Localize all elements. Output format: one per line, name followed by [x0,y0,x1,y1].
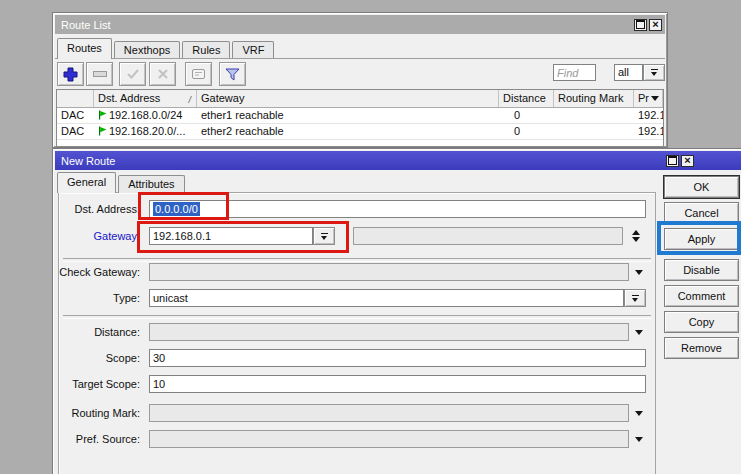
close-button[interactable]: × [649,19,662,31]
new-route-dialog: New Route × General Attributes Dst. Addr… [52,148,741,474]
dialog-titlebar[interactable]: New Route × [55,151,741,170]
comment-icon [192,69,205,79]
gateway-extra-field [353,227,623,245]
check-gateway-arrow-icon[interactable] [635,270,643,275]
route-flag-icon [98,126,107,136]
tab-vrf[interactable]: VRF [232,41,274,59]
enable-route-button[interactable] [119,62,146,86]
tab-general[interactable]: General [57,172,116,193]
gateway-value: 192.168.0.1 [153,230,211,242]
tabstrip-line [55,58,665,59]
dropdown-line-icon [651,69,658,70]
route-pref-source: 192.1 [634,124,663,139]
target-scope-input[interactable] [149,375,646,393]
routing-mark-arrow-icon[interactable] [635,411,643,416]
gateway-field[interactable]: 192.168.0.1 [149,227,313,245]
tab-attributes[interactable]: Attributes [118,175,184,193]
tab-nexthops[interactable]: Nexthops [114,41,180,59]
ok-button[interactable]: OK [664,176,739,198]
maximize-button[interactable] [666,155,679,167]
route-list-titlebar[interactable]: Route List × [55,15,665,34]
col-routing-mark[interactable]: Routing Mark [554,90,634,107]
close-icon: × [684,156,690,165]
route-distance: 0 [499,124,554,139]
comment-button[interactable]: Comment [664,285,739,307]
route-routing-mark [554,108,634,123]
pref-source-field[interactable] [149,430,629,448]
dropdown-line-icon [321,233,328,234]
route-flags: DAC [57,108,94,123]
routes-table: Dst. Address/ Gateway Distance Routing M… [56,89,664,147]
copy-button[interactable]: Copy [664,311,739,333]
col-pref-source[interactable]: Pr [634,90,663,107]
distance-arrow-icon[interactable] [635,330,643,335]
dropdown-line-icon [632,295,639,296]
type-value: unicast [153,292,188,304]
col-dst-address[interactable]: Dst. Address/ [94,90,197,107]
route-routing-mark [554,124,634,139]
tab-rules[interactable]: Rules [182,41,230,59]
table-row[interactable]: DAC 192.168.0.0/24 ether1 reachable 0 19… [57,108,663,124]
remove-button[interactable]: Remove [664,337,739,359]
route-list-window: Route List × Routes Nexthops Rules VRF a… [52,12,668,148]
table-row[interactable]: DAC 192.168.20.0/... ether2 reachable 0 … [57,124,663,140]
gateway-label[interactable]: Gateway: [53,227,140,245]
check-gateway-field[interactable] [149,263,629,281]
route-pref-source: 192.1 [634,108,663,123]
routing-mark-field[interactable] [149,404,629,422]
pref-source-arrow-icon[interactable] [635,437,643,442]
distance-field[interactable] [149,323,629,341]
maximize-button[interactable] [634,19,647,31]
route-distance: 0 [499,108,554,123]
comment-button[interactable] [185,62,212,86]
gateway-add-remove-control[interactable] [632,230,640,242]
filter-scope-select[interactable]: all [614,64,643,81]
chevron-down-icon [321,236,327,240]
separator [63,315,651,319]
tab-routes[interactable]: Routes [57,38,112,59]
route-gateway: ether2 reachable [197,124,499,139]
target-scope-label: Target Scope: [53,375,140,393]
remove-route-button[interactable] [86,62,113,86]
find-input[interactable] [553,64,596,81]
dst-address-field[interactable]: 0.0.0.0/0 [149,200,646,218]
close-button[interactable]: × [681,155,694,167]
scope-input[interactable] [149,349,646,367]
close-icon: × [652,20,658,29]
col-distance[interactable]: Distance [499,90,554,107]
route-dst: 192.168.20.0/... [94,124,197,139]
gateway-dropdown-button[interactable] [313,227,335,245]
column-menu-icon[interactable] [651,96,659,101]
route-flag-icon [98,110,107,120]
pref-source-label: Pref. Source: [53,430,140,448]
col-flags[interactable] [57,90,94,107]
check-icon [127,69,139,79]
route-gateway: ether1 reachable [197,108,499,123]
plus-icon [63,67,78,82]
cancel-button[interactable]: Cancel [664,202,739,224]
disable-route-button[interactable] [149,62,176,86]
dst-address-label: Dst. Address: [53,200,140,218]
separator [63,258,651,262]
col-gateway[interactable]: Gateway [197,90,499,107]
disable-button[interactable]: Disable [664,259,739,281]
arrow-down-icon [632,237,640,242]
apply-button[interactable]: Apply [664,228,739,250]
scope-label: Scope: [53,349,140,367]
type-label: Type: [53,289,140,307]
arrow-up-icon [632,230,640,235]
type-field[interactable]: unicast [149,289,624,307]
routing-mark-label: Routing Mark: [53,404,140,422]
x-icon [158,69,168,79]
add-route-button[interactable] [57,62,84,86]
route-flags: DAC [57,124,94,139]
table-header-row: Dst. Address/ Gateway Distance Routing M… [57,90,663,108]
filter-funnel-icon [225,68,240,81]
filter-button[interactable] [219,62,246,86]
minus-icon [93,71,107,77]
filter-scope-dropdown-button[interactable] [643,64,665,81]
chevron-down-icon [632,298,638,302]
type-dropdown-button[interactable] [624,289,646,307]
dst-address-value: 0.0.0.0/0 [153,202,200,216]
dialog-tabs: General Attributes [57,172,187,193]
